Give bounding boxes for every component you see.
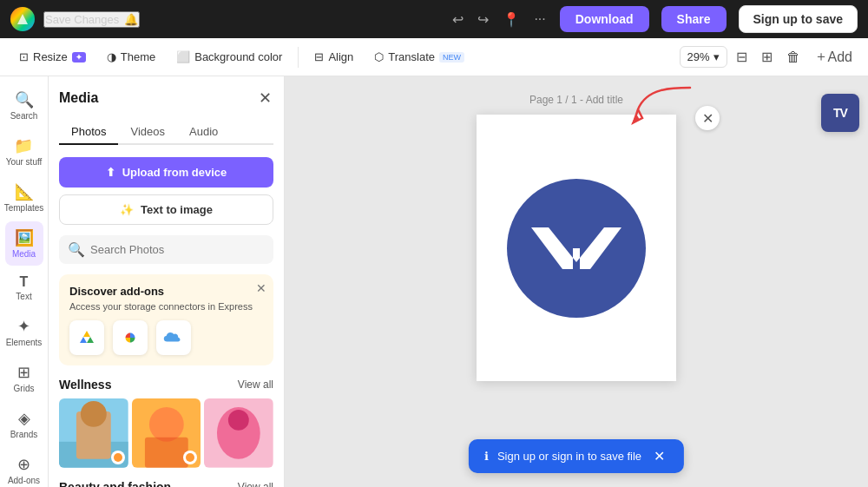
pro-badge [183,451,197,464]
wellness-photo-3[interactable] [204,398,273,468]
canvas-area: TV Page 1 / 1 - Add title ✕ ℹ Sign up or… [285,76,868,487]
template-settings-button[interactable]: ⊟ [731,43,753,70]
redo-button[interactable]: ↪ [472,6,494,33]
main-layout: 🔍 Search 📁 Your stuff 📐 Templates 🖼️ Med… [0,76,868,487]
share-button[interactable]: Share [661,6,727,32]
wellness-photo-2[interactable] [132,398,201,468]
wellness-view-all[interactable]: View all [238,378,273,391]
search-icon: 🔍 [68,241,85,258]
brands-icon: ◈ [18,409,30,428]
tv-logo [507,179,646,318]
align-icon: ⊟ [314,50,324,63]
tab-videos[interactable]: Videos [118,120,177,145]
grid-settings-button[interactable]: ⊞ [756,43,778,70]
canvas-wrapper: ✕ [477,115,676,381]
mini-avatar: TV [821,94,859,132]
save-changes-button[interactable]: Save Changes 🔔 [43,11,140,28]
discover-close-button[interactable]: ✕ [256,281,266,295]
theme-icon: ◑ [107,50,116,63]
templates-icon: 📐 [15,182,34,201]
discover-title: Discover add-ons [69,285,263,298]
sidebar-item-search[interactable]: 🔍 Search [5,83,43,128]
grids-icon: ⊞ [17,363,30,382]
media-tabs: Photos Videos Audio [59,120,273,145]
download-button[interactable]: Download [560,6,649,32]
google-photos-icon[interactable] [113,320,148,355]
save-banner: ℹ Sign up or sign in to save file ✕ [469,439,684,473]
search-input[interactable] [90,243,265,256]
topbar-icons: ↩ ↪ 📍 ··· [447,6,550,33]
more-button[interactable]: ··· [529,6,550,32]
topbar: Save Changes 🔔 ↩ ↪ 📍 ··· Download Share … [0,0,868,38]
zoom-control[interactable]: 29% ▾ [680,46,727,68]
align-button[interactable]: ⊟ Align [306,45,362,69]
magic-icon: ✨ [120,203,134,216]
bg-color-icon: ⬜ [176,50,190,63]
wellness-photo-1[interactable] [59,398,128,468]
text-icon: T [20,274,29,290]
save-banner-text: Sign up or sign in to save file [497,450,641,463]
panel-title: Media [59,90,98,106]
theme-button[interactable]: ◑ Theme [98,45,164,69]
svg-point-4 [81,401,107,427]
canvas-close-button[interactable]: ✕ [695,106,720,130]
beauty-view-all[interactable]: View all [238,481,273,487]
google-drive-icon[interactable] [69,320,104,355]
add-ons-icon: ⊕ [17,455,30,474]
pro-badge [111,451,125,464]
chevron-down-icon: ▾ [713,50,720,63]
panel-header: Media ✕ [59,87,273,109]
sidebar-item-text[interactable]: T Text [5,267,43,308]
page-label: Page 1 / 1 - Add title [529,94,623,106]
canvas-container[interactable] [477,115,676,381]
discover-description: Access your storage connectors in Expres… [69,301,263,312]
resize-icon: ⊡ [19,50,29,63]
tab-audio[interactable]: Audio [177,120,230,145]
beauty-title: Beauty and fashion [59,480,171,487]
resize-button[interactable]: ⊡ Resize ✦ [10,45,95,69]
upload-from-device-button[interactable]: ⬆ Upload from device [59,157,273,188]
sidebar-item-templates[interactable]: 📐 Templates [0,175,49,220]
toolbar-divider [298,47,299,68]
save-banner-close-button[interactable]: ✕ [650,448,668,464]
app-logo[interactable] [10,7,35,31]
delete-button[interactable]: 🗑 [781,44,806,70]
upload-icon: ⬆ [106,166,115,179]
signup-save-button[interactable]: Sign up to save [739,5,858,33]
sidebar-item-add-ons[interactable]: ⊕ Add-ons [3,448,45,487]
sidebar-item-media[interactable]: 🖼️ Media [5,221,43,266]
translate-button[interactable]: ⬡ Translate NEW [365,45,473,69]
tab-photos[interactable]: Photos [59,120,118,145]
svg-rect-7 [145,438,188,468]
background-color-button[interactable]: ⬜ Background color [168,45,291,69]
wellness-title: Wellness [59,378,111,392]
sidebar-item-brands[interactable]: ◈ Brands [5,402,43,446]
resize-badge: ✦ [72,52,86,63]
sidebar-item-your-stuff[interactable]: 📁 Your stuff [1,129,48,174]
sidebar-item-elements[interactable]: ✦ Elements [1,310,48,354]
translate-icon: ⬡ [374,50,384,63]
sidebar-item-grids[interactable]: ⊞ Grids [5,356,43,400]
undo-button[interactable]: ↩ [447,6,469,33]
storage-icons [69,320,263,355]
discover-card: ✕ Discover add-ons Access your storage c… [59,274,273,365]
svg-point-10 [228,410,249,431]
location-button[interactable]: 📍 [497,6,525,33]
text-to-image-button[interactable]: ✨ Text to image [59,194,273,225]
media-panel: Media ✕ Photos Videos Audio ⬆ Upload fro… [49,76,285,487]
search-icon: 🔍 [15,90,34,109]
svg-point-6 [149,407,184,442]
beauty-section-header: Beauty and fashion View all [59,480,273,487]
translate-badge: NEW [439,52,464,63]
media-icon: 🖼️ [15,228,34,247]
panel-close-button[interactable]: ✕ [257,87,273,109]
add-button[interactable]: ＋ Add [809,43,858,71]
folder-icon: 📁 [14,136,33,155]
search-bar[interactable]: 🔍 [59,235,273,264]
elements-icon: ✦ [17,317,30,336]
secondary-toolbar: ⊡ Resize ✦ ◑ Theme ⬜ Background color ⊟ … [0,38,868,76]
wellness-section-header: Wellness View all [59,378,273,392]
left-sidebar: 🔍 Search 📁 Your stuff 📐 Templates 🖼️ Med… [0,76,49,487]
info-icon: ℹ [484,450,489,463]
cloud-storage-icon[interactable] [156,320,191,355]
